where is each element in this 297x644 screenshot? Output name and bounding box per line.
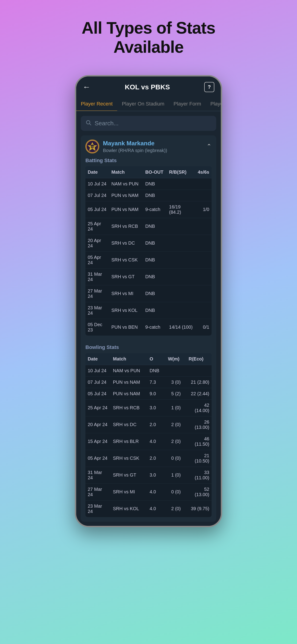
- cell-bo-out: DNB: [143, 285, 167, 302]
- cell-match-b: PUN vs NAM: [111, 388, 147, 400]
- batting-rows: 10 Jul 24 NAM vs PUN DNB 07 Jul 24 PUN v…: [86, 178, 212, 336]
- help-button[interactable]: ?: [204, 82, 214, 92]
- cell-date: 25 Apr 24: [86, 218, 109, 235]
- cell-date-b: 27 Mar 24: [86, 484, 111, 500]
- cell-4s6s: [196, 285, 212, 302]
- table-row: 15 Apr 24 SRH vs BLR 4.0 2 (0) 46 (11.50…: [86, 433, 212, 450]
- cell-overs: 2.0: [147, 450, 166, 467]
- cell-match: SRH vs CSK: [109, 252, 143, 268]
- cell-bo-out: DNB: [143, 190, 167, 201]
- cell-rb-sr: [167, 268, 196, 285]
- cell-match-b: SRH vs CSK: [111, 450, 147, 467]
- cell-match: PUN vs NAM: [109, 190, 143, 201]
- col-header-wickets: W(m): [166, 353, 186, 365]
- bowling-rows: 10 Jul 24 NAM vs PUN DNB 07 Jul 24 PUN v…: [86, 365, 212, 517]
- cell-runs-eco: 21 (2.80): [186, 376, 212, 388]
- cell-rb-sr: [167, 190, 196, 201]
- cell-wickets: 0 (0): [166, 450, 186, 467]
- cell-date-b: 15 Apr 24: [86, 433, 111, 450]
- table-row: 05 Apr 24 SRH vs CSK 2.0 0 (0) 21 (10.50…: [86, 450, 212, 467]
- cell-overs: 4.0: [147, 433, 166, 450]
- table-row: 05 Jul 24 PUN vs NAM 9-catch 16/19 (84.2…: [86, 201, 212, 218]
- table-row: 10 Jul 24 NAM vs PUN DNB: [86, 365, 212, 376]
- batting-stats-section: Batting Stats Date Match BO-OUT R/B(SR) …: [81, 158, 216, 340]
- cell-4s6s: [196, 218, 212, 235]
- cell-bo-out: DNB: [143, 178, 167, 190]
- cell-date: 05 Dec 23: [86, 319, 109, 336]
- cell-date-b: 23 Mar 24: [86, 500, 111, 517]
- cell-date: 27 Mar 24: [86, 285, 109, 302]
- help-icon: ?: [208, 84, 211, 90]
- col-header-match: Match: [109, 166, 143, 178]
- cell-date: 23 Mar 24: [86, 302, 109, 319]
- cell-overs: 9.0: [147, 388, 166, 400]
- collapse-button[interactable]: ⌃: [206, 143, 212, 150]
- cell-4s6s: 0/1: [196, 319, 212, 336]
- batting-stats-table: Date Match BO-OUT R/B(SR) 4s/6s 10 Jul 2…: [86, 166, 212, 336]
- search-icon: [86, 120, 92, 127]
- cell-wickets: [166, 365, 186, 376]
- tab-player-form[interactable]: Player Form: [169, 97, 206, 111]
- cell-overs: 3.0: [147, 400, 166, 416]
- table-row: 20 Apr 24 SRH vs DC DNB: [86, 235, 212, 252]
- cell-bo-out: 9-catch: [143, 201, 167, 218]
- table-row: 31 Mar 24 SRH vs GT 3.0 1 (0) 33 (11.00): [86, 467, 212, 484]
- cell-wickets: 1 (0): [166, 467, 186, 484]
- bowling-stats-title: Bowling Stats: [86, 344, 212, 350]
- cell-overs: 4.0: [147, 484, 166, 500]
- table-row: 23 Mar 24 SRH vs KOL DNB: [86, 302, 212, 319]
- tab-player-recent[interactable]: Player Recent: [76, 97, 117, 111]
- cell-overs: 3.0: [147, 467, 166, 484]
- cell-rb-sr: [167, 235, 196, 252]
- avatar: KOL: [86, 140, 99, 154]
- cell-match: SRH vs GT: [109, 268, 143, 285]
- cell-runs-eco: [186, 365, 212, 376]
- cell-rb-sr: [167, 285, 196, 302]
- table-row: 05 Apr 24 SRH vs CSK DNB: [86, 252, 212, 268]
- table-row: 31 Mar 24 SRH vs GT DNB: [86, 268, 212, 285]
- cell-match: NAM vs PUN: [109, 178, 143, 190]
- cell-runs-eco: 33 (11.00): [186, 467, 212, 484]
- content-area: Search... KOL: [76, 111, 221, 526]
- player-header: KOL Mayank Markande Bowler (RH/RA spin (…: [81, 136, 216, 158]
- svg-line-1: [90, 124, 91, 125]
- tab-player[interactable]: Player: [206, 97, 221, 111]
- cell-runs-eco: 21 (10.50): [186, 450, 212, 467]
- col-header-overs: O: [147, 353, 166, 365]
- player-info: KOL Mayank Markande Bowler (RH/RA spin (…: [86, 140, 167, 154]
- search-input[interactable]: Search...: [95, 120, 118, 127]
- batting-stats-title: Batting Stats: [86, 158, 212, 164]
- cell-4s6s: [196, 178, 212, 190]
- cell-4s6s: [196, 252, 212, 268]
- cell-match: PUN vs NAM: [109, 201, 143, 218]
- table-row: 27 Mar 24 SRH vs MI DNB: [86, 285, 212, 302]
- cell-runs-eco: 22 (2.44): [186, 388, 212, 400]
- cell-date-b: 05 Apr 24: [86, 450, 111, 467]
- table-row: 05 Dec 23 PUN vs BEN 9-catch 14/14 (100)…: [86, 319, 212, 336]
- search-box[interactable]: Search...: [81, 116, 216, 131]
- cell-4s6s: [196, 190, 212, 201]
- tab-player-on-stadium[interactable]: Player On Stadium: [117, 97, 169, 111]
- col-header-date-b: Date: [86, 353, 111, 365]
- cell-wickets: 2 (0): [166, 416, 186, 433]
- cell-rb-sr: [167, 302, 196, 319]
- page-headline: All Types of StatsAvailable: [82, 18, 216, 57]
- cell-wickets: 2 (0): [166, 433, 186, 450]
- bowling-stats-section: Bowling Stats Date Match O W(m) R(Eco): [81, 344, 216, 522]
- table-row: 25 Apr 24 SRH vs RCB 3.0 1 (0) 42 (14.00…: [86, 400, 212, 416]
- cell-match-b: SRH vs RCB: [111, 400, 147, 416]
- cell-rb-sr: [167, 252, 196, 268]
- cell-runs-eco: 42 (14.00): [186, 400, 212, 416]
- cell-runs-eco: 46 (11.50): [186, 433, 212, 450]
- cell-match-b: SRH vs DC: [111, 416, 147, 433]
- table-row: 25 Apr 24 SRH vs RCB DNB: [86, 218, 212, 235]
- cell-match: SRH vs RCB: [109, 218, 143, 235]
- cell-date-b: 25 Apr 24: [86, 400, 111, 416]
- back-button[interactable]: ←: [83, 82, 90, 92]
- cell-date: 05 Jul 24: [86, 201, 109, 218]
- match-title: KOL vs PBKS: [125, 83, 170, 91]
- page-wrapper: All Types of StatsAvailable ← KOL vs PBK…: [0, 0, 297, 644]
- cell-bo-out: DNB: [143, 302, 167, 319]
- cell-date: 20 Apr 24: [86, 235, 109, 252]
- player-name: Mayank Markande: [103, 140, 167, 147]
